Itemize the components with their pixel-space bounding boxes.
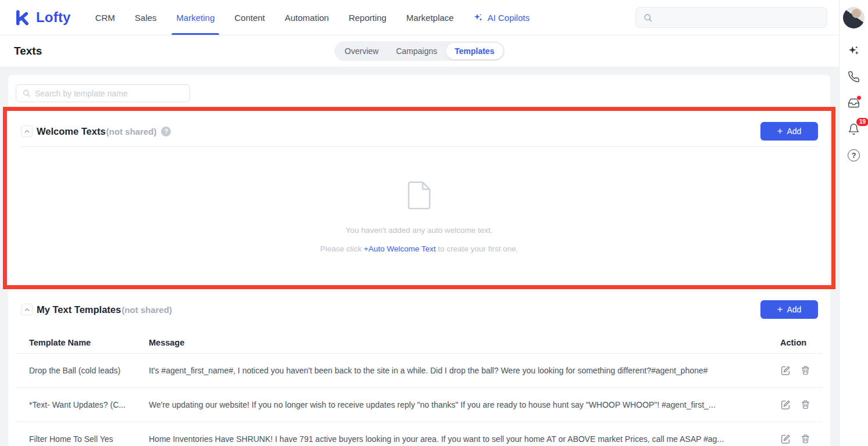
templates-shared-note: (not shared)	[122, 305, 172, 315]
content-card: Welcome Texts (not shared) ? + Add You h…	[8, 75, 830, 446]
lofty-logo-icon	[14, 9, 31, 26]
column-action: Action	[780, 338, 817, 347]
hint-suffix: to create your first one.	[435, 244, 518, 253]
plus-icon: +	[777, 126, 783, 136]
brand-name: Lofty	[36, 9, 71, 26]
top-navigation-bar: Lofty CRM Sales Marketing Content Automa…	[0, 0, 839, 35]
auto-welcome-text-link[interactable]: +Auto Welcome Text	[364, 244, 436, 253]
notification-count-badge: 19	[856, 118, 868, 126]
ai-assistant-icon[interactable]	[848, 45, 860, 57]
search-icon	[643, 13, 653, 23]
nav-item-ai-copilots[interactable]: AI Copilots	[473, 13, 530, 23]
add-template-button[interactable]: + Add	[760, 300, 818, 319]
page-title: Texts	[14, 45, 42, 57]
table-row: *Text- Want Updates? (C... We're updatin…	[16, 388, 823, 422]
question-mark: ?	[848, 149, 860, 161]
tab-group: Overview Campaigns Templates	[334, 41, 505, 61]
column-template-name: Template Name	[21, 338, 149, 347]
delete-icon[interactable]	[801, 365, 810, 376]
nav-item-crm[interactable]: CRM	[95, 0, 115, 35]
template-name-cell: Filter Home To Sell Yes	[21, 434, 149, 444]
row-actions	[780, 400, 817, 410]
nav-item-marketplace[interactable]: Marketplace	[406, 0, 454, 35]
app-window: Lofty CRM Sales Marketing Content Automa…	[0, 0, 839, 446]
row-actions	[780, 365, 817, 376]
phone-icon[interactable]	[848, 71, 860, 83]
delete-icon[interactable]	[801, 434, 810, 444]
welcome-shared-note: (not shared)	[106, 127, 157, 136]
edit-icon[interactable]	[780, 365, 791, 376]
tab-templates[interactable]: Templates	[446, 43, 503, 59]
template-name-cell: Drop the Ball (cold leads)	[21, 366, 149, 375]
main-nav: CRM Sales Marketing Content Automation R…	[95, 0, 530, 35]
page-header: Texts Overview Campaigns Templates	[0, 35, 839, 67]
collapse-toggle[interactable]	[21, 304, 33, 315]
nav-item-automation[interactable]: Automation	[285, 0, 329, 35]
template-search-input[interactable]	[35, 89, 190, 98]
add-welcome-text-button[interactable]: + Add	[760, 122, 818, 141]
lofty-logo[interactable]: Lofty	[14, 9, 71, 26]
edit-icon[interactable]	[780, 400, 791, 410]
right-sidebar: 19 ?	[839, 0, 868, 446]
empty-state-hint: Please click +Auto Welcome Text to creat…	[16, 244, 823, 253]
template-message-cell: Home Inventories Have SHRUNK! I have 791…	[149, 434, 780, 444]
add-button-label: Add	[787, 127, 802, 136]
avatar[interactable]	[843, 7, 865, 28]
plus-icon: +	[777, 304, 783, 314]
row-actions	[780, 434, 817, 444]
nav-item-marketing[interactable]: Marketing	[176, 0, 215, 35]
template-message-cell: We're updating our website! If you no lo…	[149, 400, 780, 409]
nav-item-sales[interactable]: Sales	[135, 0, 157, 35]
tab-campaigns[interactable]: Campaigns	[387, 43, 446, 59]
welcome-empty-state: You haven't added any auto welcome text.…	[16, 147, 823, 253]
inbox-icon[interactable]	[848, 97, 860, 109]
ai-copilots-label: AI Copilots	[487, 13, 530, 23]
unread-indicator	[856, 95, 862, 100]
add-button-label: Add	[787, 305, 802, 314]
template-name-cell: *Text- Want Updates? (C...	[21, 400, 149, 409]
global-search[interactable]	[635, 7, 827, 28]
empty-state-text: You haven't added any auto welcome text.	[16, 226, 823, 235]
help-icon[interactable]: ?	[848, 149, 860, 161]
tab-overview[interactable]: Overview	[336, 43, 387, 59]
delete-icon[interactable]	[801, 400, 810, 410]
notifications-bell-icon[interactable]: 19	[848, 123, 860, 135]
welcome-texts-title: Welcome Texts	[37, 126, 106, 137]
nav-item-reporting[interactable]: Reporting	[349, 0, 387, 35]
edit-icon[interactable]	[780, 434, 791, 444]
global-search-input[interactable]	[653, 13, 827, 22]
help-icon[interactable]: ?	[161, 127, 171, 136]
collapse-toggle[interactable]	[21, 125, 33, 137]
search-icon	[22, 89, 31, 98]
column-message: Message	[149, 338, 780, 347]
template-search[interactable]	[16, 84, 190, 102]
empty-document-icon	[406, 181, 433, 210]
template-message-cell: It's #agent_first_name#, I noticed you h…	[149, 366, 780, 375]
nav-item-content[interactable]: Content	[234, 0, 265, 35]
hint-prefix: Please click	[320, 244, 364, 253]
templates-table-header: Template Name Message Action	[16, 332, 823, 354]
welcome-texts-header: Welcome Texts (not shared) ? + Add	[16, 122, 823, 141]
table-row: Filter Home To Sell Yes Home Inventories…	[16, 422, 823, 446]
table-row: Drop the Ball (cold leads) It's #agent_f…	[16, 354, 823, 388]
ai-sparkle-icon	[473, 13, 483, 23]
my-templates-header: My Text Templates (not shared) + Add	[16, 300, 823, 319]
my-templates-title: My Text Templates	[37, 304, 121, 315]
